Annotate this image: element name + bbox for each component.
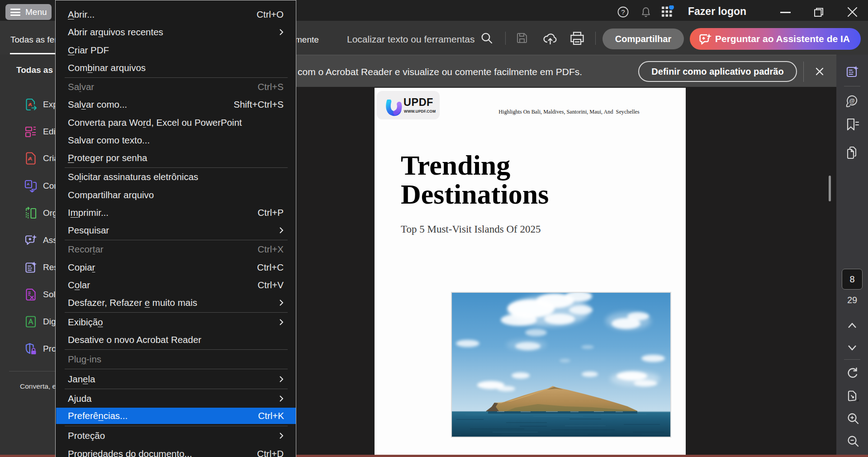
svg-text:?: ? [621,8,625,16]
svg-text:@: @ [849,97,855,104]
